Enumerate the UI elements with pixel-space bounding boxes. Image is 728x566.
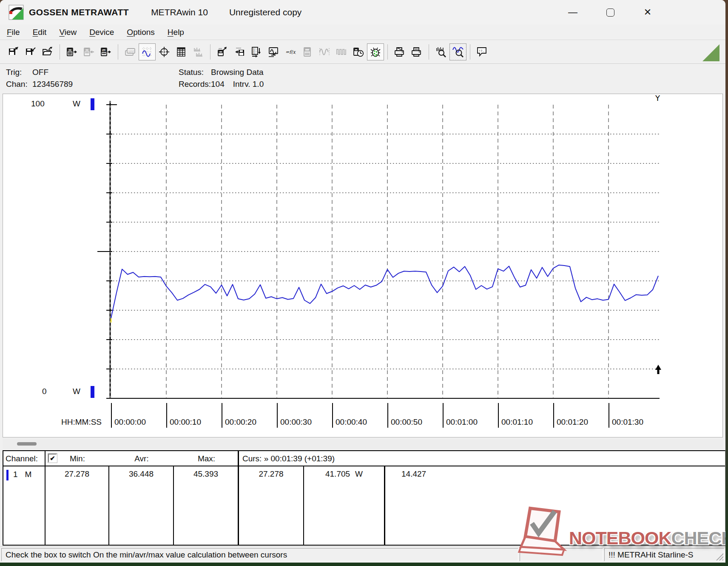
stats-table: Channel: ✔ Min: Avr: Max: Curs: » 00:01:… <box>3 450 725 546</box>
toolbar-separator <box>429 44 429 60</box>
x-tick-00:00:20: 00:00:20 <box>222 403 256 428</box>
horizontal-scrollbar[interactable] <box>3 438 723 449</box>
timer-icon <box>353 46 364 57</box>
zoom-spectrum-button[interactable] <box>432 43 449 60</box>
col-header-avr: Avr: <box>109 451 174 466</box>
app-brand: GOSSEN METRAWATT <box>29 7 129 17</box>
value-cursor-a: 27.278 <box>239 466 304 545</box>
channel-marker-bottom[interactable] <box>91 386 94 398</box>
scrollbar-thumb[interactable] <box>17 442 37 446</box>
license-label: Unregistered copy <box>229 7 301 17</box>
value-extra: 14.427 <box>385 466 725 545</box>
x-tick-labels: 00:00:0000:00:1000:00:2000:00:3000:00:40… <box>3 403 722 429</box>
x-tick-00:00:50: 00:00:50 <box>387 403 422 428</box>
value-cursor-b: 41.705W <box>304 466 385 545</box>
zoom-spectrum-icon <box>435 46 446 57</box>
toolbar-separator <box>470 44 470 60</box>
power-trace-chart[interactable]: Y <box>3 94 722 437</box>
file-save-button[interactable] <box>5 43 22 60</box>
col-header-max: Max: <box>174 451 239 466</box>
debug-button[interactable] <box>367 43 384 60</box>
view-histogram-button <box>190 43 207 60</box>
view-curve-icon <box>142 46 153 57</box>
hint-button[interactable]: !?. <box>474 43 491 60</box>
x-tick-00:01:00: 00:01:00 <box>443 403 478 428</box>
channel-mode: M <box>25 470 32 479</box>
view-table-icon <box>176 46 187 57</box>
svg-text:!?.: !?. <box>479 49 484 53</box>
channel-color-bar <box>6 470 9 480</box>
channel-list-button[interactable]: 1:-2:-3:- <box>248 43 265 60</box>
menu-options[interactable]: Options <box>127 28 154 37</box>
col-header-empty <box>385 451 725 466</box>
view-histogram-icon <box>193 46 204 57</box>
toolbar-separator <box>210 44 210 60</box>
file-open-icon <box>42 46 53 57</box>
svg-text:321: 321 <box>68 49 72 51</box>
maximize-icon <box>606 9 614 17</box>
pulse-signal-button <box>333 43 350 60</box>
timer-button[interactable] <box>350 43 367 60</box>
y-axis-unit-bottom: W <box>73 387 80 396</box>
print-button[interactable] <box>408 43 425 60</box>
toolbar-separator <box>118 44 118 60</box>
monitor-button[interactable] <box>265 43 282 60</box>
memory-read-icon: M <box>100 46 111 57</box>
memory-read-button[interactable]: M <box>97 43 114 60</box>
menu-view[interactable]: View <box>59 28 77 37</box>
menu-help[interactable]: Help <box>168 28 184 37</box>
zoom-curve-button[interactable] <box>449 43 466 60</box>
app-title: METRAwin 10 <box>151 7 208 17</box>
y-axis-min-label: 0 <box>42 387 47 396</box>
menu-file[interactable]: File <box>7 28 20 37</box>
close-button[interactable]: ✕ <box>640 5 655 20</box>
menu-edit[interactable]: Edit <box>33 28 47 37</box>
x-tick-00:00:30: 00:00:30 <box>277 403 312 428</box>
resize-grip[interactable] <box>716 553 723 560</box>
analog-signal-icon <box>319 46 330 57</box>
export-data-button[interactable] <box>214 43 231 60</box>
svg-text:Y: Y <box>655 94 660 103</box>
value-avr: 36.448 <box>109 466 174 545</box>
col-header-cursor: Curs: » 00:01:39 (+01:39) <box>239 451 385 466</box>
title-bar: GOSSEN METRAWATT METRAwin 10 Unregistere… <box>0 0 725 25</box>
chart-panel[interactable]: Y 100 W 0 W HH:MM:SS 00:00:0000:00:1000:… <box>3 94 723 437</box>
toolbar-separator <box>60 44 60 60</box>
file-save-as-button[interactable] <box>22 43 39 60</box>
svg-text:321: 321 <box>305 49 309 51</box>
minavrmax-checkbox[interactable]: ✔ <box>48 454 57 463</box>
device-write-button: 321 <box>80 43 97 60</box>
print-preview-button[interactable] <box>391 43 408 60</box>
export-data-icon <box>217 46 228 57</box>
device-read-button[interactable]: 321 <box>63 43 80 60</box>
device-read-icon: 321 <box>66 46 77 57</box>
maximize-button[interactable] <box>603 5 617 20</box>
file-save-icon <box>8 46 19 57</box>
svg-text:321: 321 <box>85 49 89 51</box>
formula-button[interactable]: =f(x) <box>282 43 299 60</box>
value-max: 45.393 <box>174 466 239 545</box>
view-xy-button[interactable] <box>156 43 173 60</box>
toolbar-separator <box>387 44 388 60</box>
menu-device[interactable]: Device <box>89 28 114 37</box>
save-device-data-button[interactable] <box>231 43 248 60</box>
display-values-icon: 1257 <box>125 46 136 57</box>
channel-marker-top[interactable] <box>91 98 94 110</box>
trigger-status: Trig:OFF <box>6 66 73 78</box>
status-message: Check the box to switch On the min/avr/m… <box>1 548 518 561</box>
view-curve-button[interactable] <box>139 43 156 60</box>
save-device-data-icon <box>234 46 245 57</box>
x-tick-00:01:10: 00:01:10 <box>498 403 533 428</box>
file-open-button[interactable] <box>39 43 56 60</box>
x-tick-00:00:00: 00:00:00 <box>111 403 146 428</box>
y-axis-unit-top: W <box>73 99 80 109</box>
x-tick-00:00:10: 00:00:10 <box>166 403 201 428</box>
status-bar: Check the box to switch On the min/avr/m… <box>0 546 725 563</box>
status-line: Status:Browsing Data <box>179 66 264 78</box>
pulse-signal-icon <box>336 46 347 57</box>
view-xy-icon <box>159 46 170 57</box>
minimize-button[interactable]: — <box>566 5 580 20</box>
view-table-button[interactable] <box>173 43 190 60</box>
zoom-curve-icon <box>452 46 464 57</box>
info-bar: Trig:OFF Chan:123456789 Status:Browsing … <box>0 64 725 93</box>
